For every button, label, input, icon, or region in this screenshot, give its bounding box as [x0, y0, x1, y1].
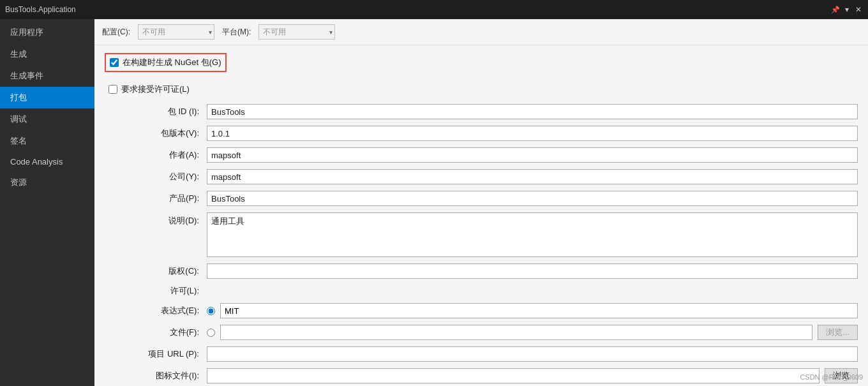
watermark: CSDN @Rain_0609	[800, 373, 863, 381]
license-accept-checkbox[interactable]	[108, 85, 117, 94]
sidebar-item-pack[interactable]: 打包	[0, 87, 94, 108]
icon-file-label: 图标文件(I):	[105, 370, 207, 382]
copyright-label: 版权(C):	[105, 265, 207, 277]
license-expression-input[interactable]	[220, 303, 858, 318]
title-bar-controls: 📌 ▾ ✕	[831, 5, 863, 14]
license-file-row: 文件(F): 浏览...	[105, 325, 858, 340]
package-version-row: 包版本(V):	[105, 126, 858, 141]
platform-select[interactable]: 不可用	[258, 24, 335, 40]
copyright-row: 版权(C):	[105, 264, 858, 279]
description-row: 说明(D): 通用工具	[105, 212, 858, 257]
license-file-radio[interactable]	[207, 329, 215, 337]
title-bar-text: BusTools.Application	[5, 5, 827, 14]
dropdown-button[interactable]: ▾	[842, 5, 851, 14]
package-id-row: 包 ID (I):	[105, 104, 858, 119]
main-layout: 应用程序 生成 生成事件 打包 调试 签名 Code Analysis 资源 配…	[0, 19, 868, 386]
company-row: 公司(Y):	[105, 169, 858, 184]
license-browse-button[interactable]: 浏览...	[818, 325, 858, 340]
author-row: 作者(A):	[105, 147, 858, 163]
company-input[interactable]	[207, 169, 858, 184]
nuget-checkbox[interactable]	[110, 58, 119, 67]
package-version-label: 包版本(V):	[105, 128, 207, 139]
sidebar-item-debug[interactable]: 调试	[0, 108, 94, 130]
product-label: 产品(P):	[105, 193, 207, 204]
license-accept-checkbox-row: 要求接受许可证(L)	[105, 82, 858, 96]
project-url-row: 项目 URL (P):	[105, 346, 858, 362]
product-input[interactable]	[207, 191, 858, 206]
author-input[interactable]	[207, 147, 858, 163]
icon-file-row: 图标文件(I): 浏览	[105, 368, 858, 383]
config-select-wrapper[interactable]: 不可用	[138, 24, 214, 40]
license-expression-radio[interactable]	[207, 307, 215, 315]
platform-select-wrapper[interactable]: 不可用	[258, 24, 335, 40]
license-label-row: 许可(L):	[105, 285, 858, 297]
sidebar: 应用程序 生成 生成事件 打包 调试 签名 Code Analysis 资源	[0, 19, 94, 386]
author-label: 作者(A):	[105, 149, 207, 161]
config-bar: 配置(C): 不可用 平台(M): 不可用	[94, 19, 868, 45]
package-id-label: 包 ID (I):	[105, 106, 207, 117]
description-textarea[interactable]: 通用工具	[207, 212, 858, 257]
sidebar-item-build[interactable]: 生成	[0, 43, 94, 65]
copyright-input[interactable]	[207, 264, 858, 279]
license-file-group	[207, 325, 812, 340]
company-label: 公司(Y):	[105, 171, 207, 182]
nuget-checkbox-label[interactable]: 在构建时生成 NuGet 包(G)	[123, 57, 221, 68]
license-label: 许可(L):	[105, 285, 207, 297]
sidebar-item-resources[interactable]: 资源	[0, 172, 94, 193]
config-label: 配置(C):	[102, 27, 130, 38]
package-version-input[interactable]	[207, 126, 858, 141]
sidebar-item-code-analysis[interactable]: Code Analysis	[0, 152, 94, 172]
license-accept-label[interactable]: 要求接受许可证(L)	[121, 84, 190, 95]
license-file-label: 文件(F):	[105, 327, 207, 338]
close-button[interactable]: ✕	[854, 5, 863, 14]
sidebar-item-app[interactable]: 应用程序	[0, 22, 94, 43]
package-id-input[interactable]	[207, 104, 858, 119]
license-expression-row: 表达式(E):	[105, 303, 858, 318]
config-select[interactable]: 不可用	[138, 24, 214, 40]
pin-button[interactable]: 📌	[831, 5, 840, 14]
description-label: 说明(D):	[105, 212, 207, 226]
nuget-checkbox-row: 在构建时生成 NuGet 包(G)	[105, 53, 227, 72]
sidebar-item-sign[interactable]: 签名	[0, 130, 94, 152]
license-expression-label: 表达式(E):	[105, 305, 207, 316]
product-row: 产品(P):	[105, 191, 858, 206]
title-bar: BusTools.Application 📌 ▾ ✕	[0, 0, 868, 19]
icon-file-input[interactable]	[207, 368, 819, 383]
license-file-input[interactable]	[220, 325, 812, 340]
project-url-input[interactable]	[207, 346, 858, 362]
content-area: 配置(C): 不可用 平台(M): 不可用 在构建时生成 NuGet 包(G)	[94, 19, 868, 386]
license-expression-group	[207, 303, 858, 318]
project-url-label: 项目 URL (P):	[105, 348, 207, 360]
sidebar-item-build-events[interactable]: 生成事件	[0, 65, 94, 87]
form-content: 在构建时生成 NuGet 包(G) 要求接受许可证(L) 包 ID (I): 包…	[94, 45, 868, 386]
platform-label: 平台(M):	[222, 27, 251, 38]
